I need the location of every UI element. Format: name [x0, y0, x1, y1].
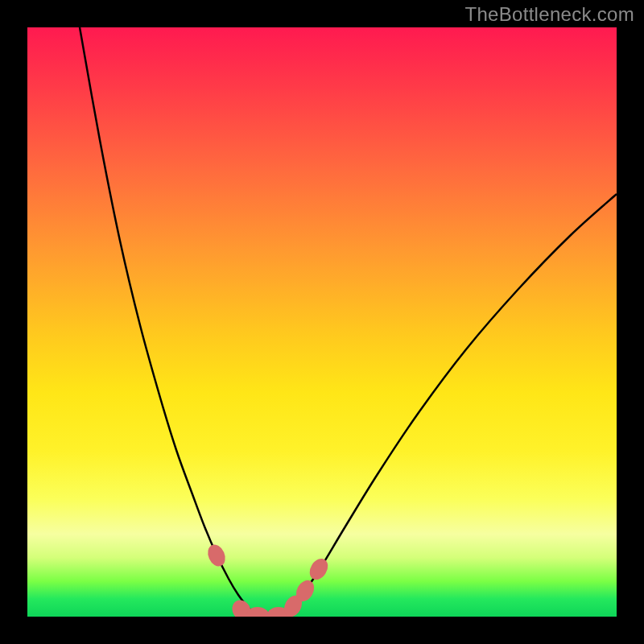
curve-layer: [27, 27, 617, 617]
plot-area: [27, 27, 617, 617]
bottleneck-curve: [80, 27, 617, 617]
chart-frame: TheBottleneck.com: [0, 0, 644, 644]
series-right-branch: [285, 194, 617, 615]
left-marker-upper: [204, 542, 229, 569]
right-marker-3: [306, 555, 332, 583]
watermark-text: TheBottleneck.com: [464, 3, 634, 26]
series-left-branch: [80, 27, 258, 615]
